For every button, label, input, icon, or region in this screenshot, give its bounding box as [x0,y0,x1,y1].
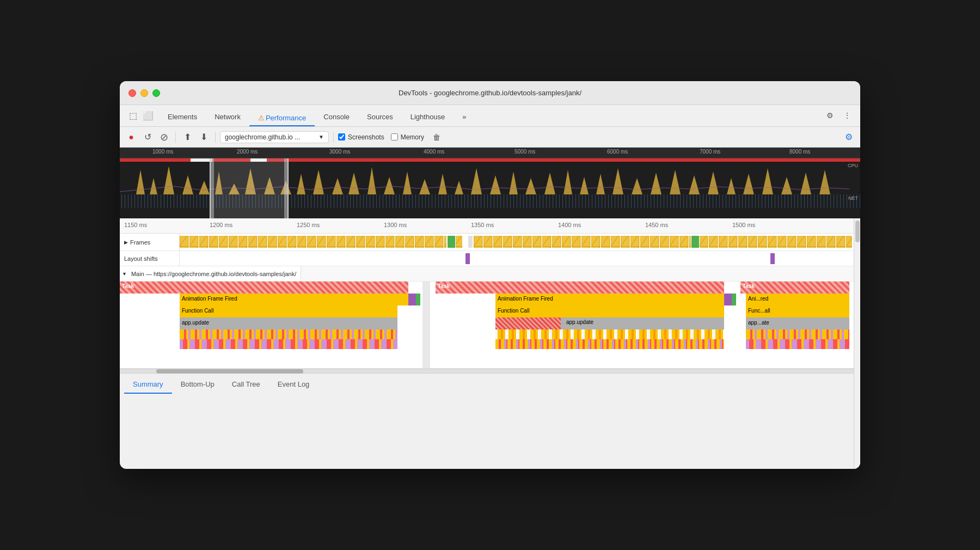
more-icon[interactable]: ⋮ [841,109,854,122]
inspect-icon[interactable]: ⬚ [126,109,139,122]
svg-marker-18 [419,179,430,194]
svg-marker-27 [580,177,589,194]
performance-toolbar: ● ↺ ⊘ ⬆ ⬇ googlechrome.github.io ... ▼ S… [120,127,860,148]
tab-elements[interactable]: Elements [159,108,206,126]
tab-summary[interactable]: Summary [124,376,172,394]
layout-shifts-content [180,251,854,266]
main-thread-expand-icon[interactable]: ▼ [122,271,127,277]
tab-console[interactable]: Console [315,108,358,126]
maximize-button[interactable] [152,89,160,97]
svg-marker-13 [332,178,343,194]
reload-record-button[interactable]: ↺ [140,130,155,144]
svg-marker-28 [596,174,605,194]
anim2-label: Animation Frame Fired [495,294,724,304]
ruler-3000: 3000 ms [329,149,350,155]
tab-lighthouse[interactable]: Lighthouse [402,108,454,126]
func-call-3[interactable]: Func...all [746,305,849,317]
device-icon[interactable]: ⬜ [142,109,155,122]
svg-marker-31 [651,173,661,194]
toolbar-settings-icon[interactable]: ⚙ [842,130,856,144]
svg-rect-49 [691,236,699,248]
tab-call-tree[interactable]: Call Tree [223,376,269,394]
frames-expand-icon[interactable]: ▶ [124,240,128,245]
svg-marker-17 [403,172,412,194]
tl-ruler-1400: 1400 ms [558,222,581,228]
svg-marker-22 [490,175,501,194]
task-area: Task Animation Frame Fired Function Call… [120,282,854,369]
anim-frame-2[interactable]: Animation Frame Fired [495,294,724,305]
anim-frame-1[interactable]: Animation Frame Fired [180,294,408,305]
separator3 [333,132,334,143]
app-update-2[interactable]: app.update [495,317,724,329]
svg-rect-48 [473,236,691,248]
svg-rect-47 [468,236,473,248]
purple-block-1 [408,294,416,305]
subtasks-svg4 [495,339,724,349]
tab-event-log[interactable]: Event Log [269,376,318,394]
func-call-1[interactable]: Function Call [180,305,397,317]
svg-marker-16 [384,177,395,194]
selection-handle-left[interactable] [211,158,214,218]
svg-marker-29 [612,168,623,194]
anim-frame-3[interactable]: Ani...red [746,294,849,305]
ruler-8000: 8000 ms [789,149,810,155]
screenshots-checkbox[interactable] [338,133,345,140]
tab-bottom-up[interactable]: Bottom-Up [172,376,223,394]
timeline-panel: 1150 ms 1200 ms 1250 ms 1300 ms 1350 ms … [120,218,854,469]
devtools-window: DevTools - googlechrome.github.io/devtoo… [120,81,860,469]
tab-network[interactable]: Network [206,108,249,126]
svg-marker-38 [781,177,792,194]
minimize-button[interactable] [140,89,148,97]
func1-label: Function Call [180,305,397,316]
task1-label: Task [122,283,134,289]
record-button[interactable]: ● [124,130,138,144]
upload-button[interactable]: ⬆ [180,130,194,144]
task-block-2[interactable]: Task [436,282,724,294]
svg-rect-46 [456,236,462,248]
tab-sources[interactable]: Sources [358,108,402,126]
tab-more[interactable]: » [454,108,475,126]
main-content-area: 1150 ms 1200 ms 1250 ms 1300 ms 1350 ms … [120,218,860,469]
task-block-1[interactable]: Task [120,282,408,294]
download-button[interactable]: ⬇ [197,130,211,144]
capture-settings-icon[interactable]: 🗑 [430,130,444,144]
subtasks-row1-2 [495,329,724,339]
app2-label: app.update [566,319,593,325]
clear-button[interactable]: ⊘ [157,130,171,144]
task-block-3[interactable]: Task [740,282,849,294]
svg-marker-39 [800,173,811,194]
bottom-tabs: Summary Bottom-Up Call Tree Event Log [120,373,854,394]
svg-rect-55 [180,329,397,339]
tl-ruler-1300: 1300 ms [384,222,407,228]
svg-marker-25 [544,173,555,194]
svg-marker-3 [163,166,174,194]
timeline-ruler-main: 1150 ms 1200 ms 1250 ms 1300 ms 1350 ms … [120,218,854,234]
dropdown-arrow[interactable]: ▼ [318,134,324,140]
subtasks-svg1 [180,329,397,339]
memory-checkbox[interactable] [391,133,398,140]
svg-rect-72 [495,339,724,349]
screenshots-checkbox-label[interactable]: Screenshots [338,133,384,141]
subtasks-row2-1 [180,339,397,349]
horizontal-scroll-thumb[interactable] [156,369,303,374]
close-button[interactable] [128,89,136,97]
tl-ruler-1150: 1150 ms [124,222,147,228]
devtools-tab-bar: ⬚ ⬜ Elements Network ⚠Performance Consol… [120,105,860,127]
layout-shifts-label: Layout shifts [120,251,180,266]
app-update-1[interactable]: app.update [180,317,397,329]
func-call-2[interactable]: Function Call [495,305,724,317]
selection-handle-right[interactable] [284,158,287,218]
svg-rect-44 [180,236,446,248]
svg-marker-23 [509,172,518,194]
selection-overlay[interactable] [210,158,289,218]
vertical-scroll-thumb[interactable] [855,221,860,242]
svg-marker-5 [199,181,210,194]
svg-marker-14 [348,173,359,194]
tab-performance[interactable]: ⚠Performance [249,109,315,126]
layout-shifts-row: Layout shifts [120,251,854,266]
subtasks-svg5 [746,329,849,339]
anim1-label: Animation Frame Fired [180,294,408,304]
app-update-3[interactable]: app...ate [746,317,849,329]
settings-icon[interactable]: ⚙ [823,109,836,122]
memory-checkbox-label[interactable]: Memory [391,133,424,141]
